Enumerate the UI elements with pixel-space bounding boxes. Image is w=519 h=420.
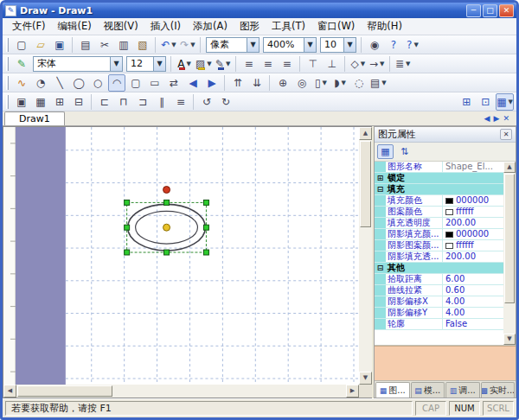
categorized-button[interactable]: ▦ <box>377 144 394 159</box>
prev-page-button[interactable]: ◀ <box>484 113 490 124</box>
category-expand-icon[interactable] <box>375 207 386 217</box>
toolbar-item[interactable]: ▼ <box>235 56 237 72</box>
circle-tool-button[interactable]: ◯ ▼ <box>70 74 87 92</box>
property-row[interactable]: ⊞ 锁定 <box>375 173 503 184</box>
line-color-button[interactable]: ✎ ▼ <box>215 55 232 73</box>
scroll-down-icon[interactable]: ▼ <box>359 372 372 385</box>
property-value[interactable]: False <box>443 319 503 329</box>
toolbar-item[interactable]: ▼ <box>299 56 301 72</box>
dropdown-arrow-icon[interactable]: ▼ <box>186 60 190 67</box>
vertical-scroll-thumb[interactable] <box>360 141 371 227</box>
align-right-edges-button[interactable]: ⊐ ▼ <box>134 93 151 111</box>
property-row[interactable]: 阴影偏移X 4.00 <box>375 296 503 308</box>
horizontal-scrollbar[interactable]: ◀ ▶ <box>3 385 359 398</box>
arrow-left-tool-button[interactable]: ◀ ▼ <box>184 74 202 92</box>
undo-button[interactable]: ↶ ▼ <box>160 36 177 54</box>
print-button[interactable]: ▤ ▼ <box>77 36 94 54</box>
property-row[interactable]: 轮廓 False <box>375 319 503 330</box>
copy-button[interactable]: ▥ ▼ <box>115 36 132 54</box>
line-tool-button[interactable]: ╲ ▼ <box>51 74 68 92</box>
context-help-button[interactable]: ? ▼ <box>404 36 421 54</box>
property-row[interactable]: 填充颜色 000000 <box>375 195 503 207</box>
toolbar-item[interactable]: ▼ <box>361 37 362 53</box>
menu-insert[interactable]: 插入(I) <box>144 18 187 35</box>
selection-handle[interactable] <box>164 250 170 255</box>
distribute-h-button[interactable]: ∥ ▼ <box>153 93 170 111</box>
scroll-right-icon[interactable]: ▶ <box>346 385 359 398</box>
category-expand-icon[interactable] <box>375 308 386 318</box>
grid-toggle-button[interactable]: ⊞ ▼ <box>458 93 475 111</box>
toolbar-item[interactable]: ▼ <box>72 37 74 53</box>
freeform-tool-button[interactable]: ∿ ▼ <box>13 74 30 92</box>
arrow-right-tool-button[interactable]: ▶ ▼ <box>203 74 221 92</box>
dropdown-arrow-icon[interactable]: ▼ <box>110 57 122 71</box>
toolbar-grip[interactable] <box>6 38 9 52</box>
dropdown-arrow-icon[interactable]: ▼ <box>171 41 176 48</box>
format-painter-button[interactable]: ✎ ▼ <box>13 55 30 73</box>
property-row[interactable]: ⊟ 其他 <box>375 263 503 274</box>
property-row[interactable]: 填充透明度 200.00 <box>375 218 503 229</box>
dropdown-arrow-icon[interactable]: ▼ <box>343 38 356 52</box>
save-button[interactable]: ▣ ▼ <box>51 36 68 54</box>
selection-handle[interactable] <box>203 200 208 205</box>
ungroup-button[interactable]: ▦ ▼ <box>32 93 49 111</box>
property-value[interactable]: 200.00 <box>443 218 503 228</box>
valign-top-button[interactable]: ⊤ ▼ <box>304 55 322 73</box>
property-value[interactable]: Shape_El... <box>443 162 503 172</box>
align-middle-button[interactable]: ⊓ ▼ <box>115 93 132 111</box>
property-value[interactable]: 000000 <box>443 195 503 206</box>
property-value[interactable]: ffffff <box>443 240 503 251</box>
menu-shape[interactable]: 图形 <box>234 18 266 35</box>
rotate-left-button[interactable]: ↺ ▼ <box>198 93 215 111</box>
category-expand-icon[interactable]: ⊟ <box>375 263 386 273</box>
align-left-button[interactable]: ≡ ▼ <box>240 55 258 73</box>
property-row[interactable]: 阴影填充颜... 000000 <box>375 229 503 240</box>
panel-tab-element[interactable]: ▦ 图... <box>375 382 410 398</box>
category-expand-icon[interactable] <box>375 285 386 296</box>
property-row[interactable]: 拾取距离 6.00 <box>375 274 503 285</box>
property-row[interactable]: 阴影填充透... 200.00 <box>375 251 503 263</box>
category-expand-icon[interactable] <box>375 274 386 284</box>
toolbar-grip[interactable] <box>6 76 9 90</box>
selection-handle[interactable] <box>125 225 130 230</box>
selection-handle[interactable] <box>125 250 130 255</box>
toolbar-item[interactable]: ▼ <box>91 94 93 110</box>
property-value[interactable]: 200.00 <box>443 251 503 262</box>
rect-tool-button[interactable]: ▭ ▼ <box>146 74 163 92</box>
category-expand-icon[interactable] <box>375 162 386 172</box>
dropdown-arrow-icon[interactable]: ▼ <box>509 99 513 105</box>
panel-tab-realtime[interactable]: ▩ 实时... <box>481 382 516 398</box>
callout-tool-button[interactable]: ◗ ▼ <box>331 74 349 92</box>
ellipse-tool-button[interactable]: ○ ▼ <box>89 74 106 92</box>
selection-handle[interactable] <box>125 200 130 205</box>
rounded-rect-tool-button[interactable]: ▢ ▼ <box>127 74 144 92</box>
properties-panel-toggle-button[interactable]: ▦ ▼ <box>496 93 514 111</box>
arc-tool-button[interactable]: ◠ ▼ <box>108 74 125 92</box>
dropdown-arrow-icon[interactable]: ▼ <box>207 60 211 67</box>
send-backward-button[interactable]: ⇊ ▼ <box>248 74 266 92</box>
property-value[interactable]: ffffff <box>443 207 503 217</box>
maximize-button[interactable]: □ <box>483 4 497 17</box>
dropdown-arrow-icon[interactable]: ▼ <box>381 80 386 86</box>
combine-button[interactable]: ⊞ ▼ <box>51 93 68 111</box>
cut-button[interactable]: ✂ ▼ <box>96 36 113 54</box>
find-button[interactable]: ◌ ▼ <box>350 74 368 92</box>
category-expand-icon[interactable] <box>375 229 386 239</box>
close-button[interactable]: ✕ <box>499 4 514 17</box>
property-value[interactable]: 0.60 <box>443 285 503 296</box>
close-page-button[interactable]: ✕ <box>503 113 509 124</box>
shape-style-button[interactable]: ◇ ▼ <box>349 55 367 73</box>
toolbar-item[interactable]: ▼ <box>200 37 202 53</box>
dropdown-arrow-icon[interactable]: ▼ <box>304 38 316 52</box>
next-page-button[interactable]: ▶ <box>494 113 500 124</box>
timer-tool-button[interactable]: ◔ ▼ <box>32 74 49 92</box>
selection-handle[interactable] <box>203 250 208 255</box>
property-value[interactable]: 000000 <box>443 229 503 239</box>
align-left-edges-button[interactable]: ⊏ ▼ <box>96 93 113 111</box>
category-expand-icon[interactable] <box>375 218 386 228</box>
pin-button[interactable]: ⊕ ▼ <box>274 74 292 92</box>
toolbar-item[interactable]: ▼ <box>155 37 157 53</box>
panel-close-icon[interactable]: ✕ <box>500 129 512 140</box>
property-row[interactable]: 图形名称 Shape_El... <box>375 162 503 173</box>
category-expand-icon[interactable]: ⊟ <box>375 184 386 194</box>
